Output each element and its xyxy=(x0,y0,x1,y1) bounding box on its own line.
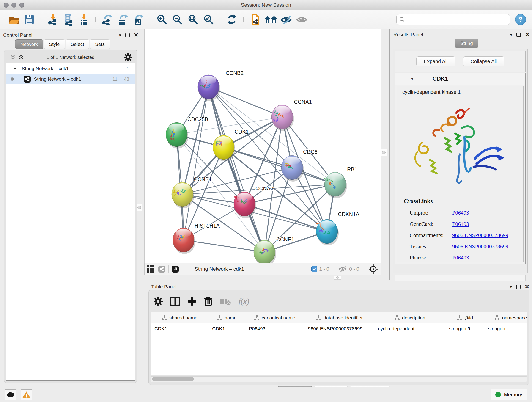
network-graph[interactable]: CCNB2CCNA1CDC25BCDK1CDC6RB1CCNB1CCNA2CDK… xyxy=(145,29,380,263)
table-horizontal-scrollbar[interactable] xyxy=(151,376,527,382)
horizontal-splitter-handle[interactable] xyxy=(334,276,341,280)
panel-close-icon[interactable]: ✕ xyxy=(525,283,529,290)
crosslink-link[interactable]: P06493 xyxy=(452,255,469,261)
network-node-CCNB2[interactable] xyxy=(198,75,220,101)
tab-select[interactable]: Select xyxy=(65,39,89,49)
network-node-CCNA1[interactable] xyxy=(272,105,294,131)
scrollbar-thumb[interactable] xyxy=(152,377,194,381)
crosshair-icon[interactable] xyxy=(368,264,378,274)
column-header-canonical-name[interactable]: canonical name xyxy=(245,313,304,323)
crosslink-link[interactable]: 9606.ENSP00000378699 xyxy=(452,243,508,249)
show-all-nodes-button[interactable] xyxy=(264,13,277,26)
export-image-button[interactable] xyxy=(132,13,145,26)
gear-icon[interactable] xyxy=(124,53,132,61)
left-splitter-handle[interactable] xyxy=(137,204,142,211)
table-cell[interactable]: stringdb xyxy=(484,326,527,332)
network-node-CCNB1[interactable] xyxy=(172,182,194,208)
right-splitter-handle[interactable] xyxy=(381,149,387,156)
column-header-database-identifier[interactable]: database identifier xyxy=(304,313,374,323)
import-network-from-file-button[interactable] xyxy=(46,13,59,26)
network-node-RB1[interactable] xyxy=(324,172,347,198)
control-panel-title: Control Panel xyxy=(3,32,32,38)
panel-close-icon[interactable]: ✕ xyxy=(525,32,530,38)
network-canvas[interactable]: CCNB2CCNA1CDC25BCDK1CDC6RB1CCNB1CCNA2CDK… xyxy=(144,29,381,263)
table-cell[interactable]: stringdb:9... xyxy=(445,326,484,332)
results-scrollbar[interactable] xyxy=(395,275,526,281)
export-table-button[interactable] xyxy=(116,13,129,26)
column-header-name[interactable]: name xyxy=(209,313,245,323)
birds-eye-view-icon[interactable] xyxy=(147,265,155,273)
cloud-button[interactable] xyxy=(5,389,16,400)
tab-network[interactable]: Network xyxy=(15,39,43,49)
network-node-CCNE1[interactable] xyxy=(254,240,276,263)
column-header-description[interactable]: description xyxy=(374,313,445,323)
import-network-from-database-button[interactable] xyxy=(62,13,75,26)
collapse-all-button[interactable]: Collapse All xyxy=(463,56,505,66)
warning-icon xyxy=(22,391,31,398)
node-label-CDK1: CDK1 xyxy=(234,129,249,135)
crosslink-link[interactable]: P06493 xyxy=(452,210,469,216)
tab-string[interactable]: String xyxy=(455,38,478,48)
table-cell[interactable]: P06493 xyxy=(245,326,304,332)
panel-menu-icon[interactable]: ▾ xyxy=(510,285,512,289)
zoom-fit-button[interactable] xyxy=(186,13,199,26)
import-table-from-file-button[interactable] xyxy=(77,13,90,26)
table-cell[interactable]: 9606.ENSP00000378699 xyxy=(304,326,374,332)
table-cell[interactable]: CDK1 xyxy=(209,326,245,332)
network-node-CDKN1A[interactable] xyxy=(316,219,339,245)
export-network-button[interactable] xyxy=(101,13,114,26)
panel-float-icon[interactable] xyxy=(516,32,521,37)
delete-column-trash-icon[interactable] xyxy=(204,296,213,306)
crosslink-link[interactable]: P06493 xyxy=(452,221,469,227)
expand-all-button[interactable]: Expand All xyxy=(416,56,455,66)
protein-description: cyclin-dependent kinase 1 xyxy=(402,89,461,95)
network-node-HIST1H1A[interactable] xyxy=(173,228,195,254)
crosslink-link[interactable]: 9606.ENSP00000378699 xyxy=(452,232,508,238)
string-view-icon[interactable] xyxy=(158,266,165,273)
panel-menu-icon[interactable]: ▾ xyxy=(510,32,512,37)
column-header-namespace[interactable]: namespace xyxy=(484,313,527,323)
node-table[interactable]: shared namenamecanonical namedatabase id… xyxy=(151,312,527,375)
table-cell[interactable]: CDK1 xyxy=(151,326,209,332)
tree-expander-icon[interactable]: ▼ xyxy=(13,67,17,70)
warnings-button[interactable] xyxy=(21,389,32,400)
hide-selected-button[interactable] xyxy=(280,13,293,26)
network-edge[interactable] xyxy=(209,87,335,184)
help-button[interactable]: ? xyxy=(515,14,526,25)
memory-button[interactable]: Memory xyxy=(491,389,527,400)
column-header-shared-name[interactable]: shared name xyxy=(151,313,209,323)
protein-card-header[interactable]: ▼ CDK1 xyxy=(395,73,525,85)
network-from-selection-button[interactable] xyxy=(249,13,262,26)
panel-close-icon[interactable]: ✕ xyxy=(134,32,138,38)
network-node-CDC25B[interactable] xyxy=(166,122,188,148)
network-edge[interactable] xyxy=(184,240,264,252)
table-row[interactable]: CDK1CDK1P064939606.ENSP00000378699cyclin… xyxy=(151,323,527,334)
zoom-out-button[interactable] xyxy=(171,13,184,26)
tab-sets[interactable]: Sets xyxy=(90,39,110,49)
zoom-in-button[interactable] xyxy=(155,13,168,26)
column-header-@id[interactable]: @id xyxy=(445,313,484,323)
network-collection-row[interactable]: ▼ String Network – cdk1 1 xyxy=(6,63,135,74)
network-row[interactable]: String Network – cdk1 11 48 xyxy=(6,74,135,84)
save-session-button[interactable] xyxy=(23,13,36,26)
show-columns-icon[interactable] xyxy=(170,296,180,306)
show-hidden-button[interactable] xyxy=(296,13,308,26)
network-node-CCNA2[interactable] xyxy=(234,192,256,218)
zoom-selected-button[interactable] xyxy=(202,13,215,26)
search-input[interactable] xyxy=(407,17,503,22)
open-session-button[interactable] xyxy=(7,13,20,26)
table-cell[interactable]: cyclin-dependent ... xyxy=(374,326,445,332)
network-node-CDC6[interactable] xyxy=(281,155,304,182)
refresh-button[interactable] xyxy=(225,13,238,26)
open-in-window-icon[interactable] xyxy=(172,266,179,273)
tab-style[interactable]: Style xyxy=(44,39,65,49)
table-settings-gear-icon[interactable] xyxy=(153,297,163,306)
network-edge[interactable] xyxy=(224,147,335,184)
collapse-section-icon[interactable]: ▼ xyxy=(410,77,414,81)
selected-checkbox-icon[interactable] xyxy=(311,266,317,272)
network-node-CDK1[interactable] xyxy=(213,135,235,161)
panel-menu-icon[interactable]: ▾ xyxy=(119,33,121,37)
panel-float-icon[interactable] xyxy=(125,33,130,37)
panel-float-icon[interactable] xyxy=(516,285,520,289)
add-column-plus-icon[interactable] xyxy=(187,297,197,306)
